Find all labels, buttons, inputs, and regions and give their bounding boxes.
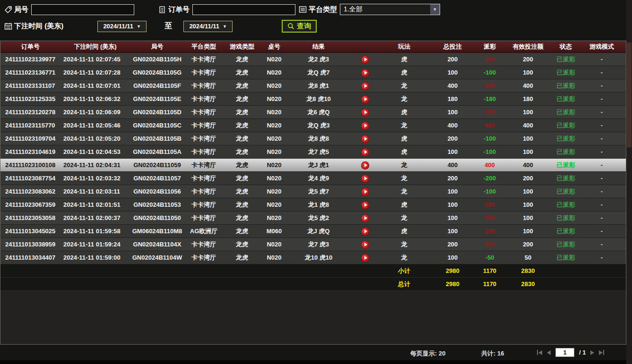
- play-video-icon[interactable]: [361, 228, 369, 236]
- table-row[interactable]: 241111023100108 2024-11-11 02:04:31 GN02…: [0, 159, 626, 172]
- date-to-picker[interactable]: 2024/11/11 ▼: [183, 21, 233, 32]
- cell-game-type: 龙虎: [223, 145, 261, 158]
- cell-game-mode: -: [578, 238, 626, 251]
- cell-platform: 卡卡湾厅: [184, 145, 223, 158]
- cell-status: 已派彩: [554, 106, 578, 119]
- table-row[interactable]: 241111023053058 2024-11-11 02:00:37 GN02…: [0, 212, 626, 225]
- bottom-strip: [0, 360, 632, 364]
- cell-table-number: N020: [261, 132, 287, 145]
- play-video-icon[interactable]: [361, 175, 369, 183]
- cell-valid-bet: 100: [502, 225, 554, 237]
- table-row[interactable]: 241111023131107 2024-11-11 02:07:01 GN02…: [0, 79, 626, 93]
- cell-platform: 卡卡湾厅: [184, 93, 223, 105]
- cell-table-number: M060: [261, 225, 287, 237]
- play-video-icon[interactable]: [361, 188, 369, 196]
- next-page-button[interactable]: [590, 349, 594, 356]
- table-row[interactable]: 241111023104619 2024-11-11 02:04:53 GN02…: [0, 145, 626, 159]
- prev-page-button[interactable]: [547, 349, 551, 356]
- cell-table-number: N020: [261, 238, 287, 251]
- table-row[interactable]: 241111013038959 2024-11-11 01:59:24 GN02…: [0, 238, 626, 251]
- cell-status: 已派彩: [554, 53, 578, 66]
- cell-result: 龙8 虎1: [287, 79, 350, 92]
- play-video-icon[interactable]: [361, 69, 369, 77]
- table-row[interactable]: 241111013045025 2024-11-11 01:59:58 GM06…: [0, 225, 626, 238]
- scrollbar-thumb[interactable]: [627, 42, 632, 147]
- cell-video: [350, 251, 381, 264]
- cell-order: 241111023083062: [0, 185, 61, 198]
- vertical-scrollbar[interactable]: [626, 0, 632, 364]
- cell-game-type: 龙虎: [223, 66, 261, 79]
- play-video-icon[interactable]: [361, 82, 369, 90]
- cell-game-type: 龙虎: [223, 251, 261, 264]
- round-filter-label: 局号: [14, 5, 28, 14]
- cell-payout: -100: [477, 66, 502, 79]
- cell-bet-time: 2024-11-11 02:07:28: [61, 66, 130, 79]
- cell-result: 龙7 虎3: [287, 238, 350, 251]
- pagination-bar: 每页显示: 20 共计: 16 1 / 1: [0, 346, 626, 360]
- play-video-icon[interactable]: [361, 241, 369, 249]
- table-row[interactable]: 241111023067359 2024-11-11 02:01:51 GN02…: [0, 198, 626, 212]
- filter-bar-row2: 下注时间 (美东) 2024/11/11 ▼ 至 2024/11/11 ▼ 查询: [4, 20, 317, 33]
- play-video-icon[interactable]: [361, 148, 369, 156]
- table-row[interactable]: 241111023136771 2024-11-11 02:07:28 GN02…: [0, 66, 626, 79]
- cell-bet-time: 2024-11-11 02:05:46: [61, 119, 130, 132]
- table-row[interactable]: 241111023087754 2024-11-11 02:03:32 GN02…: [0, 172, 626, 185]
- table-row[interactable]: 241111023083062 2024-11-11 02:03:11 GN02…: [0, 185, 626, 198]
- table-row[interactable]: 241111023115770 2024-11-11 02:05:46 GN02…: [0, 119, 626, 132]
- play-video-icon[interactable]: [361, 201, 369, 209]
- play-video-icon[interactable]: [361, 95, 369, 103]
- order-input[interactable]: [192, 4, 295, 15]
- cell-result: 龙4 虎9: [287, 172, 350, 185]
- chevron-down-icon: ▼: [223, 24, 227, 29]
- cell-bet-time: 2024-11-11 02:01:51: [61, 198, 130, 211]
- cell-game-mode: -: [578, 53, 626, 66]
- tag-icon: [4, 5, 12, 14]
- platform-filter-label: 平台类型: [309, 5, 337, 14]
- table-row[interactable]: 241111023125335 2024-11-11 02:06:32 GN02…: [0, 93, 626, 106]
- search-button[interactable]: 查询: [282, 20, 317, 33]
- cell-game-type: 龙虎: [223, 185, 261, 198]
- search-button-label: 查询: [297, 22, 311, 31]
- cell-order: 241111023120278: [0, 106, 61, 119]
- date-range-to-label: 至: [164, 21, 172, 31]
- cell-bet-time: 2024-11-11 02:03:32: [61, 172, 130, 185]
- cell-platform: 卡卡湾厅: [184, 159, 223, 171]
- play-video-icon[interactable]: [361, 214, 369, 222]
- cell-game-mode: -: [578, 185, 626, 198]
- cell-table-number: N020: [261, 106, 287, 119]
- cell-game-type: 龙虎: [223, 79, 261, 92]
- cell-platform: 卡卡湾厅: [184, 66, 223, 79]
- play-video-icon[interactable]: [361, 122, 369, 130]
- play-video-icon[interactable]: [361, 161, 369, 169]
- app-window: 局号 订单号 平台类型 1.全部 ▼ 下注时间 (美东) 2024/11/11 …: [0, 0, 632, 364]
- table-row[interactable]: 241111023120278 2024-11-11 02:06:09 GN02…: [0, 106, 626, 119]
- cell-order: 241111023067359: [0, 198, 61, 211]
- subtotal-row: 小计 2980 1170 2830: [0, 264, 626, 278]
- play-video-icon[interactable]: [361, 109, 369, 117]
- page-number-input[interactable]: 1: [555, 348, 574, 357]
- cell-play-type: 龙: [381, 119, 428, 132]
- play-video-icon[interactable]: [361, 56, 369, 64]
- first-page-button[interactable]: [537, 349, 542, 356]
- cell-round: GN02024B1105A: [130, 145, 184, 158]
- col-header-payout: 派彩: [477, 41, 502, 52]
- total-count-label: 共计: 16: [481, 349, 504, 358]
- platform-select[interactable]: 1.全部 ▼: [340, 4, 440, 15]
- last-page-button[interactable]: [599, 349, 604, 356]
- cell-play-type: 虎: [381, 225, 428, 237]
- table-row[interactable]: 241111023139977 2024-11-11 02:07:45 GN02…: [0, 53, 626, 66]
- cell-total-bet: 100: [428, 212, 477, 224]
- cell-table-number: N020: [261, 93, 287, 105]
- cell-game-mode: -: [578, 79, 626, 92]
- date-from-picker[interactable]: 2024/11/11 ▼: [97, 21, 147, 32]
- play-video-icon[interactable]: [361, 135, 369, 143]
- cell-platform: 卡卡湾厅: [184, 172, 223, 185]
- cell-table-number: N020: [261, 145, 287, 158]
- cell-total-bet: 100: [428, 225, 477, 237]
- play-video-icon[interactable]: [361, 254, 369, 262]
- cell-play-type: 龙: [381, 172, 428, 185]
- round-input[interactable]: [31, 4, 134, 15]
- cell-payout: -50: [477, 251, 502, 264]
- table-row[interactable]: 241111013034407 2024-11-11 01:59:00 GN02…: [0, 251, 626, 264]
- table-row[interactable]: 241111023109704 2024-11-11 02:05:20 GN02…: [0, 132, 626, 145]
